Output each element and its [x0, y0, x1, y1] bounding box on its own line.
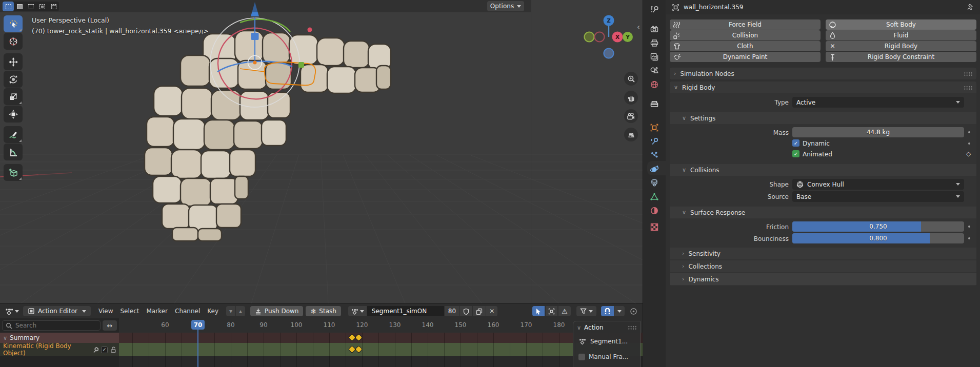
shape-dropdown[interactable]: Convex Hull	[792, 179, 964, 190]
select-mode-set-icon[interactable]	[3, 2, 14, 11]
unlink-action-button[interactable]: ✕	[486, 306, 497, 316]
action-users-button[interactable]: 80	[445, 306, 459, 316]
chevron-down-icon[interactable]: ∨	[577, 324, 581, 331]
mass-field[interactable]: 44.8 kg	[792, 127, 964, 137]
camera-view-button[interactable]	[624, 109, 638, 123]
tab-object-icon[interactable]	[650, 123, 659, 132]
tool-annotate[interactable]	[4, 126, 23, 143]
copy-keyframes-down-button[interactable]: ▾	[226, 306, 235, 316]
tab-particles-icon[interactable]	[650, 151, 659, 160]
animate-dot[interactable]	[968, 226, 970, 228]
sensitivity-subpanel-header[interactable]: › Sensitivity	[670, 248, 976, 259]
show-errors-button[interactable]: ⚠	[558, 306, 571, 316]
paste-keyframes-up-button[interactable]: ▴	[236, 306, 245, 316]
tab-view-layer-icon[interactable]	[650, 52, 659, 62]
animated-checkbox[interactable]: ✓	[792, 150, 799, 157]
settings-subpanel-header[interactable]: ∨ Settings	[670, 112, 976, 124]
dynamic-paint-button[interactable]: Dynamic Paint	[670, 52, 821, 62]
menu-channel[interactable]: Channel	[171, 308, 204, 315]
tab-render-icon[interactable]	[650, 25, 659, 34]
tool-select-box[interactable]	[4, 15, 23, 32]
action-panel-datablock[interactable]: Segment1...	[573, 336, 640, 347]
animate-dot[interactable]	[968, 131, 970, 133]
snap-magnet-button[interactable]	[601, 306, 614, 316]
sidebar-collapse-arrow[interactable]: ‹	[637, 23, 640, 32]
timeline-region[interactable]: 60 80 90 100 110 120 130 140 150 160 170…	[119, 318, 643, 367]
tab-tool-icon[interactable]	[650, 5, 659, 14]
tab-output-icon[interactable]	[650, 38, 659, 48]
axis-neg-z-ball[interactable]	[604, 49, 614, 58]
menu-marker[interactable]: Marker	[143, 308, 171, 315]
collision-button[interactable]: Collision	[670, 30, 821, 40]
manual-frame-range-row[interactable]: Manual Fra...	[573, 352, 640, 362]
tab-world-icon[interactable]	[650, 80, 659, 89]
select-mode-intersect-icon[interactable]	[48, 2, 59, 11]
tab-scene-icon[interactable]	[650, 66, 659, 75]
drag-dots-icon[interactable]	[628, 325, 636, 330]
cloth-button[interactable]: Cloth	[670, 41, 821, 51]
channel-summary[interactable]: ∨ Summary	[0, 333, 119, 343]
current-frame-badge[interactable]: 70	[191, 320, 205, 330]
axis-neg-x-ball[interactable]	[595, 32, 605, 42]
tab-collection-icon[interactable]	[650, 99, 659, 109]
tool-transform[interactable]	[4, 106, 23, 123]
only-selected-filter-button[interactable]	[532, 306, 545, 316]
tool-measure[interactable]	[4, 144, 23, 160]
proportional-edit-button[interactable]	[628, 306, 639, 316]
tab-constraints-icon[interactable]	[650, 178, 659, 188]
tab-modifiers-icon[interactable]	[650, 137, 659, 146]
manual-frame-range-checkbox[interactable]	[578, 354, 585, 360]
source-dropdown[interactable]: Base	[792, 191, 964, 202]
tool-add-cube[interactable]	[4, 164, 23, 181]
collisions-subpanel-header[interactable]: ∨ Collisions	[670, 164, 976, 176]
fluid-button[interactable]: Fluid	[826, 30, 976, 40]
snap-options-button[interactable]	[614, 306, 625, 316]
axis-neg-y-ball[interactable]	[585, 32, 594, 42]
expand-channels-button[interactable]: ↔	[103, 320, 117, 331]
collections-subpanel-header[interactable]: › Collections	[670, 260, 976, 272]
options-button[interactable]: Options	[487, 1, 524, 11]
editor-type-button[interactable]	[3, 308, 21, 315]
friction-slider[interactable]: 0.750	[792, 221, 964, 232]
drag-dots-icon[interactable]	[964, 72, 972, 76]
rigid-body-constraint-button[interactable]: Rigid Body Constraint	[826, 52, 976, 62]
filter-popover-button[interactable]	[576, 306, 596, 316]
select-mode-extend-icon[interactable]	[14, 2, 25, 11]
menu-view[interactable]: View	[95, 308, 116, 315]
show-hidden-filter-button[interactable]	[546, 306, 557, 316]
channel-kinematic[interactable]: Kinematic (Rigid Body Object) ✓	[0, 343, 119, 356]
playhead-line[interactable]	[197, 330, 198, 367]
stash-button[interactable]: ❄ Stash	[306, 306, 341, 316]
select-mode-invert-icon[interactable]	[36, 2, 48, 11]
gizmo-x-handle[interactable]	[308, 28, 312, 32]
menu-select[interactable]: Select	[116, 308, 143, 315]
pin-icon[interactable]	[965, 3, 973, 11]
tool-scale[interactable]	[4, 88, 23, 105]
mode-dropdown[interactable]: Action Editor	[23, 306, 91, 316]
bounciness-slider[interactable]: 0.800	[792, 233, 964, 243]
keyframe-diamond-icon[interactable]: ◇	[966, 150, 971, 157]
tool-cursor[interactable]	[4, 33, 23, 50]
channel-enable-checkbox[interactable]: ✓	[101, 346, 107, 353]
lock-open-icon[interactable]	[110, 346, 116, 353]
breadcrumb-object-name[interactable]: wall_horizontal.359	[684, 4, 743, 11]
animate-dot[interactable]	[968, 237, 970, 239]
dynamic-checkbox[interactable]: ✓	[792, 139, 799, 147]
menu-key[interactable]: Key	[204, 308, 222, 315]
action-panel-title[interactable]: Action	[584, 324, 604, 331]
tool-rotate[interactable]	[4, 71, 23, 88]
drag-dots-icon[interactable]	[964, 86, 972, 90]
rigid-body-panel-header[interactable]: ∨ Rigid Body	[670, 81, 976, 93]
tab-physics-icon[interactable]	[650, 165, 659, 174]
axis-navigation-gizmo[interactable]: Z X Y	[578, 13, 640, 62]
fake-user-shield-button[interactable]	[460, 306, 472, 316]
tab-material-icon[interactable]	[650, 206, 659, 215]
tab-texture-icon[interactable]	[650, 222, 659, 232]
action-name-field[interactable]: Segment1_simON	[367, 306, 444, 316]
3d-viewport[interactable]: Options User Perspective (Local) (70) to…	[0, 0, 643, 303]
ortho-grid-button[interactable]	[624, 128, 638, 141]
simulation-nodes-panel-header[interactable]: › Simulation Nodes	[670, 68, 976, 79]
gizmo-y-handle[interactable]	[298, 62, 304, 68]
pan-hand-button[interactable]	[624, 91, 638, 105]
type-dropdown[interactable]: Active	[792, 97, 964, 108]
